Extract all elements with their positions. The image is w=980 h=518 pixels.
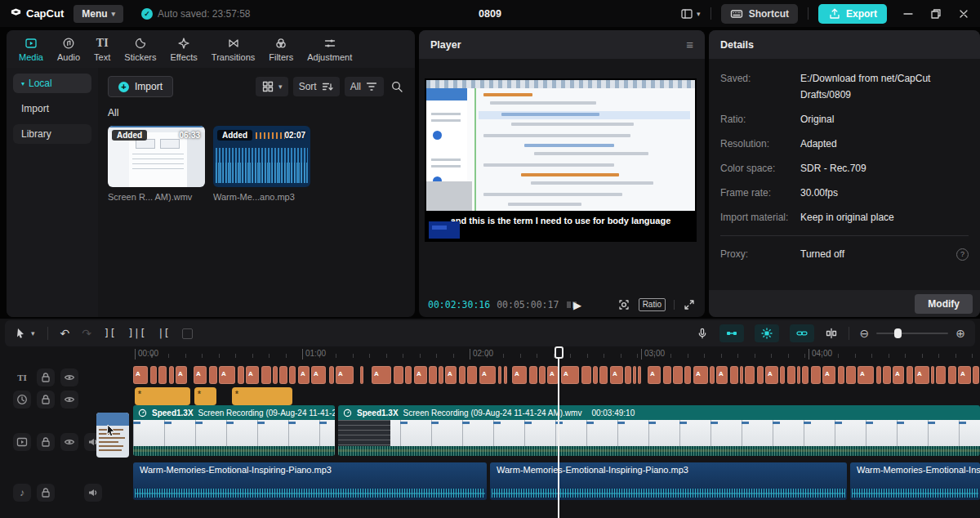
zoom-slider-handle[interactable]: [894, 328, 902, 338]
text-clip[interactable]: [838, 366, 844, 384]
text-clip[interactable]: [780, 366, 785, 384]
mute-icon[interactable]: [84, 484, 102, 502]
close-button[interactable]: [957, 7, 970, 20]
text-clip[interactable]: [329, 366, 334, 384]
delete-button[interactable]: [182, 328, 193, 339]
text-clip[interactable]: A: [958, 366, 971, 384]
export-button[interactable]: Export: [818, 4, 887, 24]
help-icon[interactable]: ?: [956, 248, 969, 261]
text-clip[interactable]: A: [693, 366, 708, 384]
minimize-button[interactable]: [902, 7, 915, 20]
lock-icon[interactable]: [37, 368, 55, 386]
text-clip[interactable]: [238, 366, 244, 384]
text-clip[interactable]: [504, 366, 507, 384]
redo-button[interactable]: ↷: [82, 327, 91, 340]
text-clip[interactable]: [740, 366, 743, 384]
text-clip[interactable]: A: [716, 366, 728, 384]
text-clip[interactable]: [467, 366, 477, 384]
text-clip[interactable]: A: [414, 366, 427, 384]
text-clip[interactable]: [150, 366, 157, 384]
toggle-visibility-icon[interactable]: [60, 433, 78, 451]
text-clip[interactable]: [279, 366, 287, 384]
text-clip[interactable]: A: [336, 366, 354, 384]
tab-audio[interactable]: Audio: [51, 34, 86, 64]
text-clip[interactable]: [802, 366, 808, 384]
text-clip[interactable]: [663, 366, 671, 384]
text-clip[interactable]: [883, 366, 891, 384]
split-left-button[interactable]: ][: [104, 328, 115, 339]
text-clip[interactable]: [581, 366, 591, 384]
text-clip[interactable]: [710, 366, 715, 384]
text-clip[interactable]: A: [176, 366, 187, 384]
toggle-visibility-icon[interactable]: [60, 391, 78, 409]
zoom-out-button[interactable]: ⊖: [860, 327, 870, 340]
text-clip[interactable]: [289, 366, 296, 384]
text-clip[interactable]: [906, 366, 913, 384]
cover-thumbnail[interactable]: [96, 413, 129, 458]
video-clip[interactable]: Speed1.3XScreen Recording (09-Aug-24 11-…: [133, 405, 335, 456]
fullscreen-icon[interactable]: [683, 298, 696, 311]
filter-button[interactable]: All: [345, 77, 384, 96]
magnet-snap-toggle[interactable]: [719, 324, 744, 342]
text-clip[interactable]: [360, 366, 363, 384]
search-button[interactable]: [389, 77, 405, 96]
tab-media[interactable]: Media: [13, 34, 49, 64]
lock-icon[interactable]: [37, 484, 55, 502]
text-clip[interactable]: [273, 366, 278, 384]
text-clip[interactable]: A: [372, 366, 391, 384]
text-clip[interactable]: A: [893, 366, 904, 384]
tab-filters[interactable]: Filters: [263, 34, 299, 64]
text-clip[interactable]: [638, 366, 641, 384]
record-voiceover-button[interactable]: [696, 327, 709, 340]
audio-clip[interactable]: Warm-Memories-Emotional-Inspiring-Piano.…: [133, 462, 487, 500]
text-clip[interactable]: A: [479, 366, 496, 384]
text-clip[interactable]: [439, 366, 443, 384]
media-thumbnail[interactable]: Added06:33: [108, 126, 205, 187]
text-clip[interactable]: A: [194, 366, 207, 384]
text-clip[interactable]: A: [298, 366, 310, 384]
shortcut-button[interactable]: Shortcut: [721, 4, 798, 24]
text-clip[interactable]: [745, 366, 755, 384]
text-clip[interactable]: [599, 366, 608, 384]
split-right-button[interactable]: |[: [158, 328, 169, 339]
text-clip[interactable]: [169, 366, 174, 384]
split-button[interactable]: ]|[: [127, 328, 145, 339]
video-clip[interactable]: Speed1.3XScreen Recording (09-Aug-24 11-…: [338, 405, 980, 456]
text-clip[interactable]: [459, 366, 466, 384]
select-tool-button[interactable]: ▾: [15, 327, 35, 340]
text-clip[interactable]: [429, 366, 437, 384]
text-clip[interactable]: A: [246, 366, 259, 384]
tab-text[interactable]: TIText: [88, 34, 116, 64]
text-clip[interactable]: [757, 366, 764, 384]
menu-button[interactable]: Menu ▾: [74, 5, 123, 23]
text-clip[interactable]: [539, 366, 546, 384]
text-clip[interactable]: A: [219, 366, 235, 384]
text-clip[interactable]: A: [765, 366, 778, 384]
text-clip[interactable]: A: [915, 366, 929, 384]
text-clip[interactable]: [209, 366, 217, 384]
text-clip[interactable]: [498, 366, 501, 384]
text-clip[interactable]: [876, 366, 881, 384]
sticker-clip[interactable]: *: [232, 387, 292, 405]
text-clip[interactable]: A: [561, 366, 579, 384]
text-clip[interactable]: A: [133, 366, 148, 384]
timeline-zoom-slider[interactable]: [876, 333, 948, 334]
view-mode-dropdown[interactable]: ▾: [256, 77, 288, 96]
text-clip[interactable]: [405, 366, 412, 384]
text-clip[interactable]: A: [858, 366, 874, 384]
text-clip[interactable]: [931, 366, 934, 384]
track-mode-button[interactable]: [825, 327, 838, 340]
media-thumbnail[interactable]: Added02:07: [213, 126, 310, 187]
text-clip[interactable]: A: [822, 366, 835, 384]
modify-button[interactable]: Modify: [915, 294, 973, 314]
audio-clip[interactable]: Warm-Memories-Emotional-Inspiring-Piano.…: [490, 462, 847, 500]
text-clip[interactable]: [529, 366, 537, 384]
playhead-handle[interactable]: [555, 346, 564, 359]
text-clip[interactable]: [593, 366, 598, 384]
text-clip[interactable]: [673, 366, 683, 384]
text-clip[interactable]: A: [610, 366, 623, 384]
text-clip[interactable]: [846, 366, 856, 384]
sidebar-item-library[interactable]: Library: [13, 124, 91, 144]
sidebar-item-import[interactable]: Import: [13, 99, 91, 118]
playhead[interactable]: [558, 346, 559, 518]
